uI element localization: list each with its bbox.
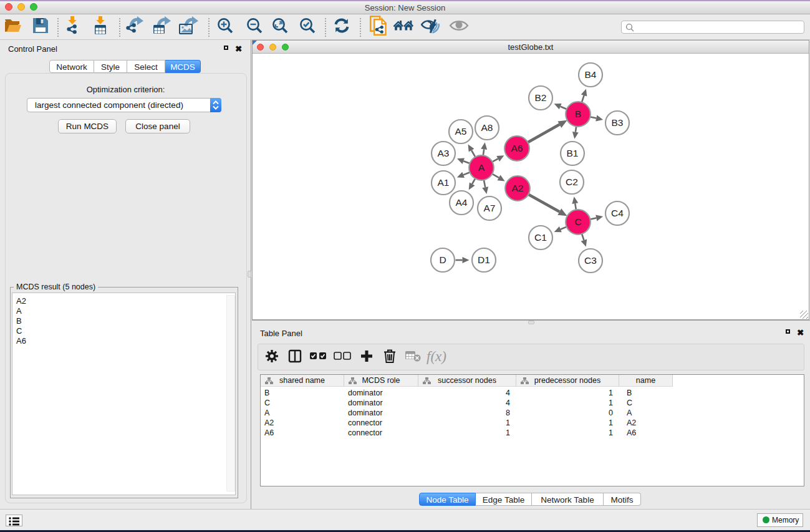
svg-text:A4: A4 bbox=[456, 197, 468, 208]
svg-text:B2: B2 bbox=[535, 92, 547, 103]
svg-text:A7: A7 bbox=[484, 203, 496, 213]
svg-text:A2: A2 bbox=[512, 183, 524, 193]
svg-text:C4: C4 bbox=[611, 208, 624, 218]
svg-text:B1: B1 bbox=[567, 148, 579, 158]
svg-text:A1: A1 bbox=[438, 177, 450, 188]
svg-text:B3: B3 bbox=[612, 117, 624, 128]
svg-text:A: A bbox=[478, 162, 485, 173]
svg-text:A6: A6 bbox=[511, 143, 523, 153]
svg-text:C2: C2 bbox=[566, 177, 578, 187]
svg-text:D1: D1 bbox=[478, 254, 490, 265]
svg-text:C1: C1 bbox=[534, 232, 547, 243]
svg-text:C: C bbox=[574, 216, 581, 227]
svg-text:A5: A5 bbox=[455, 126, 467, 137]
svg-text:A3: A3 bbox=[438, 148, 450, 158]
svg-text:B: B bbox=[575, 109, 581, 119]
svg-text:D: D bbox=[439, 254, 446, 265]
svg-text:A8: A8 bbox=[481, 122, 493, 133]
svg-text:B4: B4 bbox=[585, 69, 597, 80]
svg-text:C3: C3 bbox=[584, 255, 597, 266]
